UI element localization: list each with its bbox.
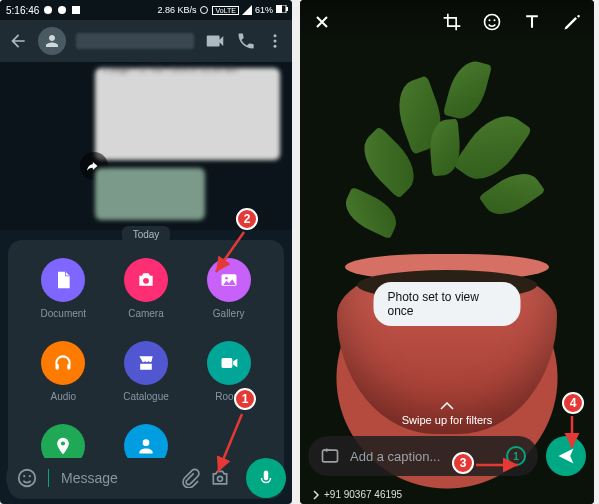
svg-rect-6 xyxy=(286,7,288,11)
callout-3: 3 xyxy=(452,452,474,474)
attach-label: Audio xyxy=(51,391,77,402)
attach-label: Gallery xyxy=(213,308,245,319)
camera-icon xyxy=(124,258,168,302)
recipient-number: +91 90367 46195 xyxy=(324,489,402,500)
document-icon xyxy=(41,258,85,302)
svg-point-1 xyxy=(58,6,66,14)
draw-icon[interactable] xyxy=(562,12,582,32)
svg-point-19 xyxy=(23,475,25,477)
video-room-icon xyxy=(207,341,251,385)
notification-icon xyxy=(43,5,53,15)
svg-point-23 xyxy=(489,19,491,21)
store-icon xyxy=(124,341,168,385)
notification-icon xyxy=(71,5,81,15)
document-message[interactable]: 1 page • 17 KB • DOCX 11:54 am xyxy=(95,68,280,160)
video-call-icon[interactable] xyxy=(204,30,226,52)
attach-camera[interactable]: Camera xyxy=(124,258,168,319)
battery-percent: 61% xyxy=(255,5,273,15)
attach-label: Catalogue xyxy=(123,391,169,402)
battery-icon xyxy=(276,5,286,15)
svg-point-12 xyxy=(225,277,228,280)
recipient-bar[interactable]: +91 90367 46195 xyxy=(312,489,582,500)
svg-point-17 xyxy=(143,439,150,446)
svg-rect-13 xyxy=(56,364,59,370)
add-photo-icon[interactable] xyxy=(320,446,340,466)
caption-bar: Add a caption... 1 xyxy=(308,436,586,476)
camera-icon[interactable] xyxy=(210,468,230,488)
svg-point-21 xyxy=(218,476,223,481)
attach-label: Document xyxy=(41,308,87,319)
message-bubble[interactable] xyxy=(95,168,205,220)
editor-toolbar xyxy=(300,0,594,44)
svg-rect-15 xyxy=(221,358,232,368)
back-icon[interactable] xyxy=(8,31,28,51)
caption-placeholder: Add a caption... xyxy=(350,449,496,464)
svg-point-8 xyxy=(274,40,277,43)
svg-point-3 xyxy=(201,7,208,14)
alarm-icon xyxy=(199,5,209,15)
notification-icon xyxy=(57,5,67,15)
chevron-up-icon xyxy=(440,402,454,410)
attach-catalogue[interactable]: Catalogue xyxy=(123,341,169,402)
crop-icon[interactable] xyxy=(442,12,462,32)
svg-point-16 xyxy=(61,441,65,445)
view-once-toast: Photo set to view once xyxy=(374,282,521,326)
chevron-right-icon xyxy=(312,490,320,500)
svg-rect-2 xyxy=(72,6,80,14)
avatar[interactable] xyxy=(38,27,66,55)
svg-rect-25 xyxy=(323,450,338,462)
svg-point-24 xyxy=(494,19,496,21)
voice-call-icon[interactable] xyxy=(236,31,256,51)
attach-label: Camera xyxy=(128,308,164,319)
svg-point-20 xyxy=(29,475,31,477)
attach-audio[interactable]: Audio xyxy=(41,341,85,402)
headphones-icon xyxy=(41,341,85,385)
attach-document[interactable]: Document xyxy=(41,258,87,319)
callout-1: 1 xyxy=(234,388,256,410)
caption-input[interactable]: Add a caption... 1 xyxy=(308,436,538,476)
send-button[interactable] xyxy=(546,436,586,476)
svg-rect-5 xyxy=(276,5,282,13)
svg-point-0 xyxy=(44,6,52,14)
statusbar-time: 5:16:46 xyxy=(6,5,39,16)
attach-icon[interactable] xyxy=(180,468,200,488)
whatsapp-photo-editor: Photo set to view once Swipe up for filt… xyxy=(300,0,594,504)
photo-preview[interactable] xyxy=(300,0,594,504)
message-placeholder: Message xyxy=(61,470,170,486)
text-cursor xyxy=(48,469,49,487)
sticker-icon[interactable] xyxy=(482,12,502,32)
svg-rect-14 xyxy=(67,364,70,370)
android-statusbar: 5:16:46 2.86 KB/s VoLTE 61% xyxy=(0,0,292,20)
close-icon[interactable] xyxy=(312,12,332,32)
doc-meta: 1 page • 17 KB • DOCX 11:54 am xyxy=(103,64,237,74)
svg-point-10 xyxy=(143,278,149,284)
mic-button[interactable] xyxy=(246,458,286,498)
attach-gallery[interactable]: Gallery xyxy=(207,258,251,319)
menu-icon[interactable] xyxy=(266,32,284,50)
svg-point-7 xyxy=(274,34,277,37)
signal-icon xyxy=(242,5,252,15)
text-icon[interactable] xyxy=(522,12,542,32)
callout-2: 2 xyxy=(236,208,258,230)
emoji-icon[interactable] xyxy=(16,467,38,489)
chat-messages[interactable]: 1 page • 17 KB • DOCX 11:54 am Today xyxy=(0,62,292,230)
callout-4: 4 xyxy=(562,392,584,414)
view-once-button[interactable]: 1 xyxy=(506,446,526,466)
svg-point-22 xyxy=(485,15,500,30)
net-speed: 2.86 KB/s xyxy=(157,5,196,15)
gallery-icon xyxy=(207,258,251,302)
volte-badge: VoLTE xyxy=(212,6,239,15)
whatsapp-chat-screen: 5:16:46 2.86 KB/s VoLTE 61% xyxy=(0,0,292,504)
svg-point-18 xyxy=(19,470,36,487)
chat-header xyxy=(0,20,292,62)
message-input[interactable]: Message xyxy=(6,458,240,498)
message-input-bar: Message xyxy=(6,458,286,498)
contact-name[interactable] xyxy=(76,33,194,49)
swipe-hint: Swipe up for filters xyxy=(300,414,594,426)
svg-point-9 xyxy=(274,45,277,48)
